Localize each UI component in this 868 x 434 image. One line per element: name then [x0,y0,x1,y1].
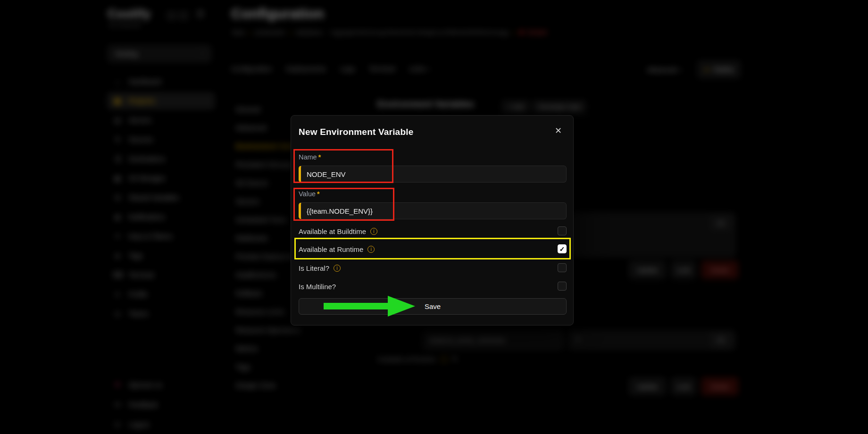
close-icon[interactable]: ✕ [552,126,565,135]
available-buildtime-label: Available at Buildtime [299,225,377,237]
available-buildtime-checkbox[interactable] [558,226,567,235]
app-window: Coolify v4.0.0-beta.323 ○ / ☰ / ⌂Dashboa… [0,0,868,434]
annotation-yellow-box-runtime-row [294,238,571,259]
is-literal-label: Is Literal? [299,262,341,274]
is-multiline-label: Is Multiline? [299,281,336,292]
annotation-red-box-name-field [293,149,393,183]
is-literal-checkbox[interactable] [558,263,567,272]
annotation-red-box-value-field [293,188,394,221]
is-multiline-checkbox[interactable] [558,282,567,291]
info-icon[interactable] [370,228,377,235]
info-icon[interactable] [334,265,341,272]
save-button[interactable]: Save [299,298,567,315]
modal-title: New Environment Variable [299,127,413,137]
